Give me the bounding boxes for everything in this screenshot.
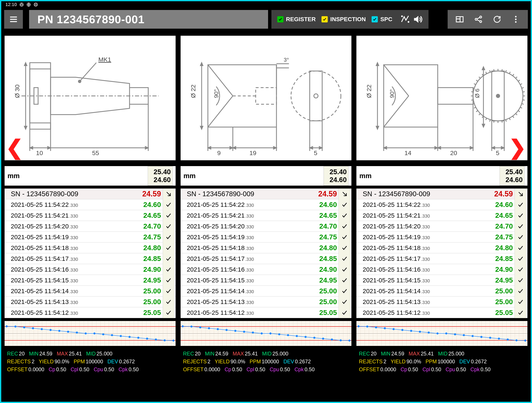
svg-line-248: [513, 74, 514, 76]
tolerance-header: mm 25.40 24.60: [5, 166, 176, 186]
measurement-row[interactable]: 2021-05-25 11:54:12.330 25.05: [356, 307, 527, 318]
measurement-row[interactable]: 2021-05-25 11:54:16.330 24.90: [5, 264, 176, 275]
toggle-inspection[interactable]: INSPECTION: [322, 16, 366, 23]
svg-point-333: [463, 334, 465, 336]
measurement-row[interactable]: 2021-05-25 11:54:18.330 24.80: [356, 242, 527, 253]
timestamp: 2021-05-25 11:54:17.330: [363, 255, 490, 262]
sn-row[interactable]: SN - 1234567890-009 24.59: [356, 189, 527, 199]
measurement-row[interactable]: 2021-05-25 11:54:12.330 25.05: [5, 307, 176, 318]
measurement-value: 24.70: [314, 222, 339, 230]
measurement-list: SN - 1234567890-009 24.59 2021-05-25 11:…: [5, 189, 176, 318]
globe2-icon: [33, 2, 38, 7]
svg-text:5: 5: [496, 149, 500, 156]
svg-text:9: 9: [217, 149, 221, 156]
tol-lower: 24.60: [500, 176, 523, 184]
measurement-row[interactable]: 2021-05-25 11:54:14.330 25.00: [181, 286, 352, 297]
prev-chevron-icon[interactable]: ❮: [6, 135, 23, 160]
timestamp: 2021-05-25 11:54:19.330: [363, 234, 490, 241]
svg-point-193: [269, 332, 271, 335]
svg-point-99: [128, 336, 131, 338]
check-icon: [163, 242, 174, 253]
measurement-row[interactable]: 2021-05-25 11:54:19.330 24.75: [181, 232, 352, 242]
measurement-row[interactable]: 2021-05-25 11:54:22.330 24.60: [5, 199, 176, 210]
next-chevron-icon[interactable]: ❯: [509, 135, 526, 160]
svg-line-216: [522, 104, 524, 104]
refresh-icon[interactable]: [493, 15, 502, 24]
measurement-row[interactable]: 2021-05-25 11:54:18.330 24.80: [5, 242, 176, 253]
svg-text:Ø 22: Ø 22: [190, 85, 196, 98]
trend-chart[interactable]: [181, 321, 352, 346]
svg-point-104: [172, 340, 175, 341]
svg-line-246: [506, 70, 507, 72]
measurement-row[interactable]: 2021-05-25 11:54:14.330 25.00: [5, 286, 176, 297]
drawing-pane[interactable]: Ø 22 90° 9 19 3° 5: [181, 36, 352, 160]
measurement-row[interactable]: 2021-05-25 11:54:17.330 24.85: [356, 253, 527, 264]
tolerance-limits: 25.40 24.60: [500, 166, 525, 186]
toggle-spc[interactable]: SPC: [372, 16, 392, 23]
check-icon: [339, 275, 350, 286]
timestamp: 2021-05-25 11:54:20.330: [11, 223, 138, 230]
measurement-row[interactable]: 2021-05-25 11:54:21.330 24.65: [356, 210, 527, 221]
svg-point-197: [304, 336, 306, 338]
svg-point-183: [182, 325, 184, 328]
measurement-row[interactable]: 2021-05-25 11:54:20.330 24.70: [356, 221, 527, 232]
measurement-row[interactable]: 2021-05-25 11:54:12.330 25.05: [181, 307, 352, 318]
share-icon[interactable]: [474, 15, 483, 24]
sn-row[interactable]: SN - 1234567890-009 24.59: [181, 189, 352, 199]
measurement-row[interactable]: 2021-05-25 11:54:15.330 24.95: [356, 275, 527, 286]
volume-icon[interactable]: [412, 14, 423, 25]
measurement-value: 25.00: [314, 287, 339, 295]
sn-row[interactable]: SN - 1234567890-009 24.59: [5, 189, 176, 199]
measurement-value: 24.80: [314, 244, 339, 252]
measurement-row[interactable]: 2021-05-25 11:54:20.330 24.70: [181, 221, 352, 232]
measurement-row[interactable]: 2021-05-25 11:54:22.330 24.60: [181, 199, 352, 210]
svg-text:20: 20: [450, 149, 457, 156]
sparkle-icon[interactable]: [400, 14, 410, 25]
measurement-row[interactable]: 2021-05-25 11:54:21.330 24.65: [181, 210, 352, 221]
svg-line-251: [520, 84, 522, 85]
measurement-row[interactable]: 2021-05-25 11:54:19.330 24.75: [5, 232, 176, 242]
measurement-row[interactable]: 2021-05-25 11:54:13.330 25.00: [5, 297, 176, 307]
measurement-row[interactable]: 2021-05-25 11:54:16.330 24.90: [181, 264, 352, 275]
timestamp: 2021-05-25 11:54:22.330: [11, 201, 138, 208]
measurement-row[interactable]: 2021-05-25 11:54:21.330 24.65: [5, 210, 176, 221]
measurement-row[interactable]: 2021-05-25 11:54:17.330 24.85: [181, 253, 352, 264]
measurement-row[interactable]: 2021-05-25 11:54:14.330 25.00: [356, 286, 527, 297]
menu-button[interactable]: [4, 10, 23, 29]
timestamp: 2021-05-25 11:54:22.330: [363, 201, 490, 208]
tolerance-limits: 25.40 24.60: [148, 166, 173, 186]
drawing-pane[interactable]: Ø 22 90° 14 20 Ø 6 5: [356, 36, 527, 160]
svg-line-239: [479, 77, 481, 78]
layout-icon[interactable]: [455, 15, 464, 24]
measurement-row[interactable]: 2021-05-25 11:54:18.330 24.80: [181, 242, 352, 253]
measurement-row[interactable]: 2021-05-25 11:54:13.330 25.00: [181, 297, 352, 307]
measurement-row[interactable]: 2021-05-25 11:54:16.330 24.90: [356, 264, 527, 275]
measurement-value: 25.00: [314, 298, 339, 306]
svg-point-196: [296, 335, 298, 337]
svg-point-88: [32, 327, 34, 329]
measurement-value: 24.90: [314, 265, 339, 273]
svg-point-192: [261, 332, 263, 335]
check-icon: [339, 232, 350, 242]
measurement-row[interactable]: 2021-05-25 11:54:15.330 24.95: [181, 275, 352, 286]
check-icon: [339, 199, 350, 210]
svg-text:Ø 30: Ø 30: [14, 85, 21, 98]
trend-chart[interactable]: [356, 321, 527, 346]
drawing-pane[interactable]: Ø 30 10 55 MK1: [5, 36, 176, 160]
measurement-row[interactable]: 2021-05-25 11:54:13.330 25.00: [356, 297, 527, 307]
toggle-register[interactable]: REGISTER: [277, 16, 316, 23]
timestamp: 2021-05-25 11:54:12.330: [11, 309, 138, 316]
unit-label: mm: [184, 172, 324, 180]
measurement-row[interactable]: 2021-05-25 11:54:17.330 24.85: [5, 253, 176, 264]
trend-chart[interactable]: [5, 321, 176, 346]
timestamp: 2021-05-25 11:54:16.330: [11, 266, 138, 273]
svg-point-93: [76, 332, 78, 334]
measurement-row[interactable]: 2021-05-25 11:54:22.330 24.60: [356, 199, 527, 210]
sn-label: SN - 1234567890-009: [363, 190, 490, 198]
measurement-row[interactable]: 2021-05-25 11:54:20.330 24.70: [5, 221, 176, 232]
measurement-row[interactable]: 2021-05-25 11:54:19.330 24.75: [356, 232, 527, 242]
svg-line-220: [513, 116, 514, 118]
more-icon[interactable]: [511, 15, 520, 24]
measurement-row[interactable]: 2021-05-25 11:54:15.330 24.95: [5, 275, 176, 286]
timestamp: 2021-05-25 11:54:18.330: [187, 244, 314, 251]
